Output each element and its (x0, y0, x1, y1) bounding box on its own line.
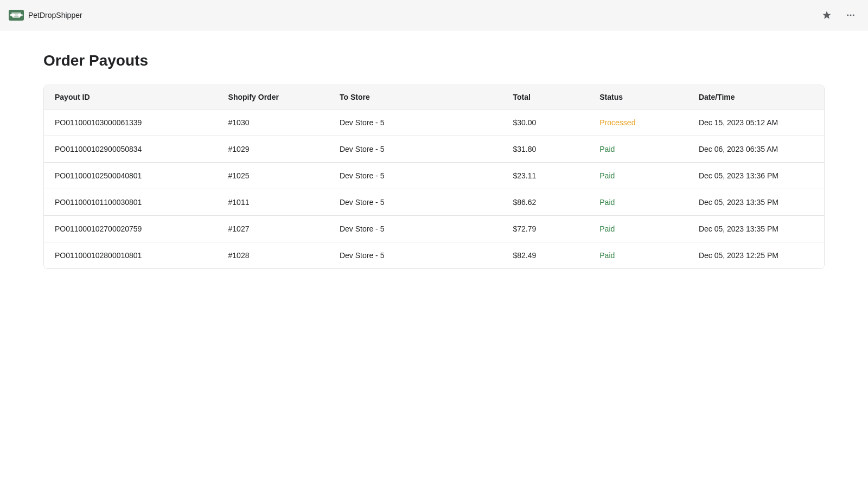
svg-rect-4 (12, 16, 20, 18)
top-bar-actions (818, 7, 859, 24)
top-bar-left: PetDropShipper (9, 10, 82, 21)
app-logo (9, 10, 24, 21)
col-header-status: Status (589, 85, 688, 110)
cell-datetime: Dec 05, 2023 13:35 PM (688, 216, 824, 242)
cell-to-store: Dev Store - 5 (329, 110, 502, 136)
pin-button[interactable] (818, 7, 835, 24)
cell-shopify-order: #1029 (218, 136, 329, 163)
cell-shopify-order: #1030 (218, 110, 329, 136)
status-badge: Paid (599, 251, 615, 260)
payouts-table: Payout ID Shopify Order To Store Total S… (44, 85, 824, 268)
status-badge: Paid (599, 171, 615, 180)
status-badge: Paid (599, 224, 615, 233)
cell-status: Paid (589, 136, 688, 163)
svg-point-6 (850, 14, 852, 16)
cell-status: Paid (589, 242, 688, 269)
cell-payout-id: PO011000101100030801 (44, 189, 218, 216)
cell-status: Paid (589, 189, 688, 216)
cell-status: Paid (589, 216, 688, 242)
cell-shopify-order: #1011 (218, 189, 329, 216)
cell-total: $23.11 (502, 163, 589, 189)
cell-datetime: Dec 05, 2023 13:35 PM (688, 189, 824, 216)
cell-shopify-order: #1025 (218, 163, 329, 189)
cell-payout-id: PO011000102700020759 (44, 216, 218, 242)
cell-datetime: Dec 05, 2023 13:36 PM (688, 163, 824, 189)
page-title: Order Payouts (43, 52, 825, 69)
cell-to-store: Dev Store - 5 (329, 163, 502, 189)
cell-total: $82.49 (502, 242, 589, 269)
svg-point-5 (847, 14, 848, 16)
table-row: PO011000102900050834 #1029 Dev Store - 5… (44, 136, 824, 163)
cell-total: $31.80 (502, 136, 589, 163)
col-header-total: Total (502, 85, 589, 110)
cell-total: $30.00 (502, 110, 589, 136)
cell-datetime: Dec 06, 2023 06:35 AM (688, 136, 824, 163)
cell-payout-id: PO011000102800010801 (44, 242, 218, 269)
cell-to-store: Dev Store - 5 (329, 136, 502, 163)
status-badge: Paid (599, 145, 615, 153)
col-header-payout-id: Payout ID (44, 85, 218, 110)
cell-payout-id: PO011000102900050834 (44, 136, 218, 163)
table-row: PO011000103000061339 #1030 Dev Store - 5… (44, 110, 824, 136)
svg-rect-3 (11, 12, 21, 14)
top-bar: PetDropShipper (0, 0, 868, 30)
table-header: Payout ID Shopify Order To Store Total S… (44, 85, 824, 110)
col-header-to-store: To Store (329, 85, 502, 110)
col-header-shopify-order: Shopify Order (218, 85, 329, 110)
cell-to-store: Dev Store - 5 (329, 242, 502, 269)
cell-datetime: Dec 05, 2023 12:25 PM (688, 242, 824, 269)
col-header-datetime: Date/Time (688, 85, 824, 110)
cell-to-store: Dev Store - 5 (329, 216, 502, 242)
cell-total: $72.79 (502, 216, 589, 242)
cell-total: $86.62 (502, 189, 589, 216)
cell-to-store: Dev Store - 5 (329, 189, 502, 216)
payouts-table-container: Payout ID Shopify Order To Store Total S… (43, 85, 825, 269)
more-options-button[interactable] (842, 7, 859, 24)
cell-shopify-order: #1028 (218, 242, 329, 269)
table-row: PO011000102700020759 #1027 Dev Store - 5… (44, 216, 824, 242)
cell-shopify-order: #1027 (218, 216, 329, 242)
status-badge: Processed (599, 118, 635, 127)
cell-payout-id: PO011000103000061339 (44, 110, 218, 136)
svg-point-7 (853, 14, 854, 16)
status-badge: Paid (599, 198, 615, 207)
table-row: PO011000102500040801 #1025 Dev Store - 5… (44, 163, 824, 189)
table-row: PO011000102800010801 #1028 Dev Store - 5… (44, 242, 824, 269)
cell-status: Paid (589, 163, 688, 189)
table-header-row: Payout ID Shopify Order To Store Total S… (44, 85, 824, 110)
table-body: PO011000103000061339 #1030 Dev Store - 5… (44, 110, 824, 269)
cell-status: Processed (589, 110, 688, 136)
cell-payout-id: PO011000102500040801 (44, 163, 218, 189)
main-content: Order Payouts Payout ID Shopify Order To… (0, 30, 868, 291)
table-row: PO011000101100030801 #1011 Dev Store - 5… (44, 189, 824, 216)
cell-datetime: Dec 15, 2023 05:12 AM (688, 110, 824, 136)
app-name: PetDropShipper (28, 11, 82, 20)
